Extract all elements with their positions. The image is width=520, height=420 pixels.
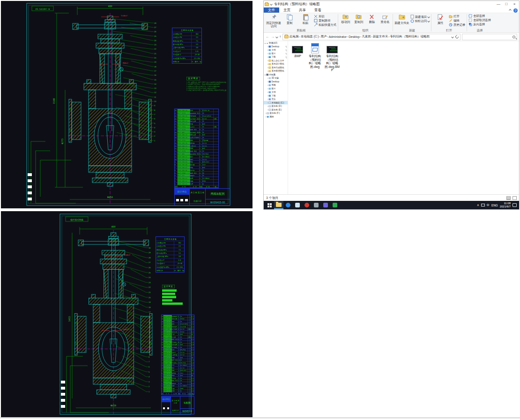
start-button[interactable] <box>265 201 274 209</box>
select-all-button[interactable]: 全部选择 <box>468 14 491 18</box>
sidebar-item[interactable]: 新加卷 (D:) <box>264 104 288 108</box>
breadcrumb-segment[interactable]: 此电脑 <box>290 35 299 39</box>
move-to-button[interactable]: 移动到 <box>340 14 352 24</box>
sidebar-item[interactable]: 网络 <box>264 115 288 119</box>
quick-access-toolbar[interactable] <box>265 3 272 6</box>
breadcrumb-segment[interactable]: 用户 <box>320 35 327 39</box>
sidebar-item[interactable]: 3D 对象 <box>264 76 288 80</box>
file-item[interactable]: .BMP <box>290 42 305 58</box>
edit-button[interactable]: 编辑 <box>449 19 465 22</box>
expand-chevron-icon[interactable] <box>267 84 268 86</box>
search-box[interactable] <box>462 34 517 40</box>
taskbar-app-app-grey[interactable] <box>312 201 321 209</box>
sidebar-item[interactable]: Desktop <box>264 45 288 49</box>
sidebar-item[interactable]: Desktop <box>264 80 288 84</box>
thumbnails-view-icon[interactable] <box>513 196 517 200</box>
sidebar-section-header[interactable]: 此电脑 <box>264 73 288 77</box>
expand-chevron-icon[interactable] <box>267 60 268 61</box>
sidebar-item[interactable]: 文档 <box>264 90 288 94</box>
expand-chevron-icon[interactable] <box>267 109 268 111</box>
copy-path-button[interactable]: 复制路径 <box>314 19 336 22</box>
delete-button[interactable]: 删除 <box>366 14 378 24</box>
address-dropdown-icon[interactable] <box>451 36 454 38</box>
sidebar-item[interactable]: 下载 <box>264 94 288 98</box>
cut-button[interactable]: 剪切 <box>314 15 336 18</box>
ime-indicator[interactable]: 中 <box>487 203 490 207</box>
easy-access-button[interactable]: 轻松访问 <box>410 19 430 23</box>
tab-view[interactable]: 查看 <box>310 7 326 13</box>
expand-chevron-icon[interactable] <box>267 63 268 65</box>
sidebar-item[interactable]: 本地磁盘 (C:) <box>264 101 288 105</box>
sidebar-item[interactable]: 文档 <box>264 48 288 52</box>
breadcrumb[interactable]: 此电脑›本地磁盘 (C:)›用户›Administrator›Desktop›凡… <box>282 34 461 40</box>
sidebar-item[interactable]: 线上办公文件 <box>264 59 288 63</box>
up-button[interactable]: ↑ <box>279 34 281 40</box>
select-none-button[interactable]: 全部取消选择 <box>468 18 491 22</box>
copy-button[interactable]: 复制 <box>282 14 297 25</box>
paste-shortcut-button[interactable]: 粘贴快捷方式 <box>314 23 336 27</box>
expand-chevron-icon[interactable] <box>267 81 268 82</box>
expand-chevron-icon[interactable] <box>267 98 268 100</box>
refresh-icon[interactable] <box>455 35 460 39</box>
recent-locations-chevron-icon[interactable] <box>275 36 278 38</box>
sidebar-section-header[interactable]: ★快速访问 <box>264 41 288 45</box>
tab-share[interactable]: 共享 <box>295 7 310 13</box>
sidebar-item[interactable]: 音乐 <box>264 97 288 101</box>
copy-to-button[interactable]: 复制到 <box>353 14 365 24</box>
search-input[interactable] <box>464 35 513 38</box>
expand-chevron-icon[interactable] <box>267 88 268 89</box>
expand-chevron-icon[interactable] <box>267 56 268 58</box>
sidebar-item[interactable]: 图片 <box>264 52 288 56</box>
expand-chevron-icon[interactable] <box>267 67 268 68</box>
taskbar-app-app-violet[interactable] <box>321 201 330 209</box>
expand-chevron-icon[interactable] <box>267 95 268 96</box>
taskbar-app-file-explorer[interactable] <box>274 201 283 209</box>
network-icon[interactable] <box>481 204 485 206</box>
file-item[interactable]: 专利结构（预料结构）缩略图.dwg <box>307 42 323 68</box>
forward-button[interactable]: → <box>271 34 275 40</box>
pin-to-quick-access-button[interactable]: 固定到快速访问 <box>266 14 281 28</box>
help-icon[interactable]: ? <box>513 8 518 13</box>
rename-button[interactable]: 重命名 <box>379 14 391 24</box>
action-center-icon[interactable] <box>513 203 517 207</box>
breadcrumb-segment[interactable]: 凡素图 <box>362 35 371 39</box>
sidebar-item[interactable]: 下载 <box>264 55 288 59</box>
breadcrumb-segment[interactable]: 新建文件夹 <box>373 35 388 39</box>
breadcrumb-segment[interactable]: 本地磁盘 (C:) <box>301 35 319 39</box>
expand-chevron-icon[interactable] <box>267 91 268 93</box>
taskbar-app-app-green[interactable] <box>330 201 340 209</box>
expand-chevron-icon[interactable] <box>267 53 268 54</box>
expand-chevron-icon[interactable] <box>267 46 268 47</box>
sidebar-item[interactable]: 新加卷 (E:) <box>264 108 288 112</box>
taskbar-app-app-red[interactable] <box>302 201 312 209</box>
expand-chevron-icon[interactable] <box>267 49 268 51</box>
sidebar-item[interactable]: 系统管理图纸 <box>264 69 288 73</box>
language-indicator[interactable]: ENG <box>491 204 498 207</box>
minimize-button[interactable]: — <box>495 1 502 7</box>
clock[interactable]: 11:08 2021/6/7 <box>500 202 511 208</box>
sidebar-item[interactable]: 系统设计图纸 <box>264 62 288 66</box>
breadcrumb-segment[interactable]: Desktop <box>349 35 360 38</box>
open-button[interactable]: 打开 <box>449 15 465 18</box>
breadcrumb-segment[interactable]: Administrator <box>329 35 347 38</box>
expand-chevron-icon[interactable] <box>265 116 267 118</box>
paste-button[interactable]: 粘贴 <box>298 14 313 25</box>
new-folder-button[interactable]: 新建文件夹 <box>394 14 409 25</box>
tab-home[interactable]: 主页 <box>279 7 295 13</box>
expand-chevron-icon[interactable] <box>267 102 268 103</box>
quick-access-chevron-icon[interactable] <box>270 3 273 6</box>
taskbar-app-browser-blue[interactable] <box>283 201 293 209</box>
new-item-button[interactable]: 新建项目 <box>410 15 430 19</box>
expand-chevron-icon[interactable] <box>267 70 268 72</box>
expand-chevron-icon[interactable] <box>267 77 268 79</box>
history-button[interactable]: 历史记录 <box>449 23 465 27</box>
tab-file[interactable]: 文件 <box>264 7 279 13</box>
close-button[interactable]: × <box>511 1 518 7</box>
details-view-icon[interactable] <box>506 196 511 200</box>
sidebar-item[interactable]: 新加卷 (F:) <box>264 111 288 115</box>
sidebar-item[interactable]: 图片 <box>264 87 288 91</box>
file-item[interactable]: 专利结构（预料结构）缩略图.dwg.BMP <box>324 42 340 72</box>
breadcrumb-segment[interactable]: 专利结构（预料结构）缩略图 <box>390 35 430 39</box>
maximize-button[interactable]: □ <box>503 1 510 7</box>
tray-chevron-icon[interactable]: ∧ <box>477 203 479 207</box>
